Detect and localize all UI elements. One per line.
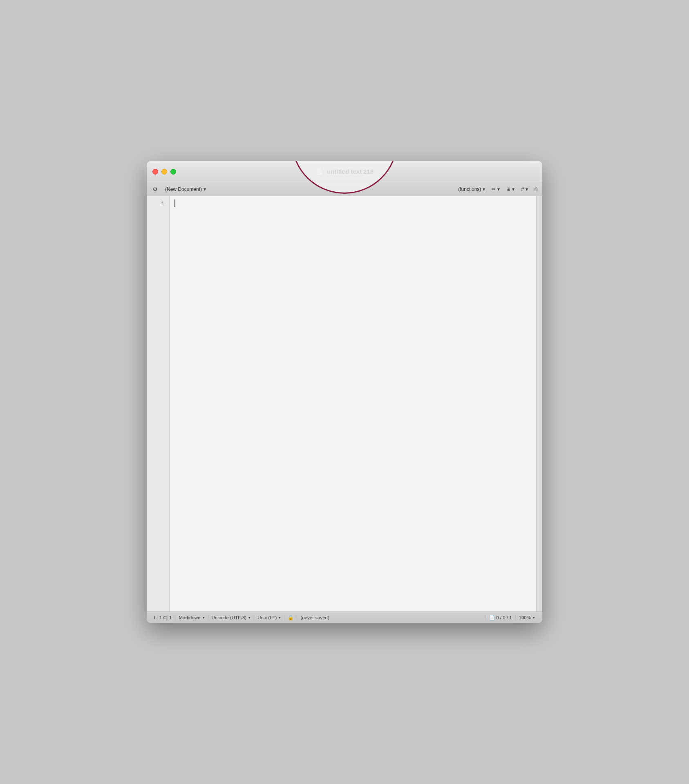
line-numbers: 1 bbox=[147, 196, 170, 612]
gear-button[interactable]: ⚙ bbox=[150, 185, 160, 193]
minimize-button[interactable] bbox=[161, 169, 167, 175]
close-button[interactable] bbox=[152, 169, 158, 175]
encoding-chevron-icon: ▾ bbox=[248, 616, 251, 620]
word-count-indicator[interactable]: 📄 0 / 0 / 1 bbox=[486, 615, 515, 620]
toolbar-right: (functions) ▾ ✏ ▾ ⊞ ▾ # ▾ ⎙ bbox=[456, 186, 539, 193]
pen-button[interactable]: ✏ ▾ bbox=[490, 186, 501, 193]
traffic-lights bbox=[152, 169, 176, 175]
maximize-button[interactable] bbox=[170, 169, 176, 175]
scrollbar[interactable] bbox=[536, 196, 542, 612]
functions-button[interactable]: (functions) ▾ bbox=[456, 186, 487, 193]
hash-chevron-icon: ▾ bbox=[526, 186, 528, 192]
hash-icon: # bbox=[521, 186, 524, 192]
file-icon: 📄 bbox=[489, 615, 495, 620]
line-col-indicator[interactable]: L: 1 C: 1 bbox=[151, 612, 175, 623]
lock-indicator[interactable]: 🔓 bbox=[284, 612, 297, 623]
pen-icon: ✏ bbox=[492, 186, 496, 192]
layout-button[interactable]: ⊞ ▾ bbox=[505, 186, 516, 193]
new-document-label: (New Document) bbox=[165, 186, 202, 192]
status-bar: L: 1 C: 1 Markdown ▾ Unicode (UTF-8) ▾ U… bbox=[147, 612, 542, 623]
editor-content[interactable] bbox=[170, 196, 536, 612]
editor-window: 📄 untitled text 218 📄 untitled text 218 … bbox=[147, 161, 542, 623]
hash-button[interactable]: # ▾ bbox=[519, 186, 530, 193]
title-doc-icon: 📄 bbox=[315, 168, 324, 176]
line-ending-chevron-icon: ▾ bbox=[279, 616, 281, 620]
lock-icon: 🔓 bbox=[288, 615, 293, 620]
share-icon: ⎙ bbox=[535, 186, 537, 192]
line-ending-label: Unix (LF) bbox=[257, 615, 277, 620]
title-bar: 📄 untitled text 218 bbox=[147, 161, 542, 182]
save-status-text: (never saved) bbox=[300, 615, 329, 620]
encoding-selector[interactable]: Unicode (UTF-8) ▾ bbox=[208, 612, 254, 623]
pen-chevron-icon: ▾ bbox=[497, 186, 500, 192]
zoom-chevron-icon: ▾ bbox=[533, 616, 535, 620]
word-count-text: 0 / 0 / 1 bbox=[496, 615, 512, 620]
new-document-button[interactable]: (New Document) ▾ bbox=[163, 186, 208, 193]
gear-icon: ⚙ bbox=[152, 186, 158, 193]
functions-chevron-icon: ▾ bbox=[483, 186, 485, 192]
zoom-label: 100% bbox=[519, 615, 531, 620]
status-right: 📄 0 / 0 / 1 100% ▾ bbox=[485, 615, 538, 620]
zoom-selector[interactable]: 100% ▾ bbox=[516, 615, 538, 620]
editor-area: 1 bbox=[147, 196, 542, 612]
layout-chevron-icon: ▾ bbox=[512, 186, 515, 192]
window-title-area: 📄 untitled text 218 bbox=[315, 168, 374, 176]
syntax-label: Markdown bbox=[179, 615, 200, 620]
share-button[interactable]: ⎙ bbox=[533, 186, 539, 193]
line-col-text: L: 1 C: 1 bbox=[154, 615, 172, 620]
encoding-label: Unicode (UTF-8) bbox=[212, 615, 247, 620]
toolbar: ⚙ (New Document) ▾ (functions) ▾ ✏ ▾ ⊞ ▾… bbox=[147, 182, 542, 196]
save-status-indicator: (never saved) bbox=[297, 612, 332, 623]
line-ending-selector[interactable]: Unix (LF) ▾ bbox=[254, 612, 284, 623]
layout-icon: ⊞ bbox=[506, 186, 510, 192]
syntax-selector[interactable]: Markdown ▾ bbox=[175, 612, 208, 623]
syntax-chevron-icon: ▾ bbox=[203, 616, 205, 620]
line-number-1: 1 bbox=[147, 199, 166, 208]
window-title: untitled text 218 bbox=[327, 168, 374, 175]
text-cursor bbox=[174, 199, 175, 207]
functions-label: (functions) bbox=[458, 186, 481, 192]
document-chevron-icon: ▾ bbox=[204, 186, 206, 192]
